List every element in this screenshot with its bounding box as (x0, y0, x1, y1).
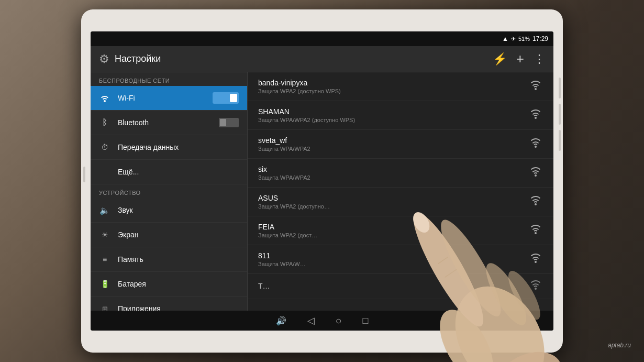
bluetooth-toggle-knob (220, 119, 226, 126)
wifi-status-icon: ▲ (502, 35, 508, 42)
sound-icon: 🔈 (99, 204, 110, 216)
network-name: 811 (258, 251, 528, 260)
flash-action-icon[interactable]: ⚡ (493, 52, 507, 66)
clock: 17:29 (532, 35, 548, 42)
network-security: Защита WPA/WPA2 (доступно WPS) (258, 117, 528, 123)
network-info: banda-vinipyxa Защита WPA2 (доступно WPS… (258, 79, 528, 94)
more-label: Ещё... (118, 168, 239, 176)
apps-label: Приложения (118, 304, 239, 311)
network-info: T… (258, 282, 528, 291)
wifi-network-item[interactable]: T… (248, 274, 553, 299)
signal-strength-icon (528, 167, 543, 179)
add-action-icon[interactable]: + (516, 51, 524, 67)
back-button[interactable]: ◁ (307, 315, 315, 326)
main-content: БЕСПРОВОДНЫЕ СЕТИ Wi-Fi ᛒ (91, 72, 553, 311)
section-device: УСТРОЙСТВО (91, 184, 247, 198)
bluetooth-toggle[interactable] (219, 118, 239, 127)
wifi-network-item[interactable]: FEIA Защита WPA2 (дост… (248, 216, 553, 245)
sidebar-item-wifi[interactable]: Wi-Fi (91, 86, 247, 111)
sidebar: БЕСПРОВОДНЫЕ СЕТИ Wi-Fi ᛒ (91, 72, 248, 311)
network-name: SHAMAN (258, 107, 528, 116)
network-name: ASUS (258, 194, 528, 202)
wifi-network-item[interactable]: sveta_wf Защита WPA/WPA2 (248, 130, 553, 159)
volume-up-button[interactable] (559, 104, 561, 125)
signal-strength-icon (528, 138, 543, 150)
network-name: T… (258, 282, 528, 290)
navigation-bar: 🔊 ◁ ○ □ (91, 311, 553, 331)
tablet-frame: ▲ ✈ 51% 17:29 ⚙ Настройки ⚡ + ⋮ (81, 9, 563, 353)
wifi-network-item[interactable]: banda-vinipyxa Защита WPA2 (доступно WPS… (248, 72, 553, 101)
network-info: FEIA Защита WPA2 (дост… (258, 223, 528, 238)
gear-icon: ⚙ (99, 52, 109, 66)
page-title: Настройки (115, 53, 161, 64)
wifi-network-item[interactable]: 811 Защита WPA/W… (248, 245, 553, 274)
data-transfer-icon: ⏱ (99, 141, 110, 153)
wifi-network-item[interactable]: SHAMAN Защита WPA/WPA2 (доступно WPS) (248, 101, 553, 130)
wifi-label: Wi-Fi (118, 94, 205, 102)
signal-strength-icon (528, 280, 543, 292)
battery-percentage: 51% (518, 36, 530, 42)
battery-label: Батарея (118, 280, 239, 288)
network-info: ASUS Защита WPA2 (доступно… (258, 194, 528, 210)
app-bar-actions: ⚡ + ⋮ (493, 51, 545, 67)
network-name: six (258, 165, 528, 173)
apps-icon: ⊞ (99, 303, 110, 311)
wifi-network-item[interactable]: six Защита WPA/WPA2 (248, 159, 553, 188)
more-options-icon[interactable]: ⋮ (534, 52, 545, 66)
sidebar-item-memory[interactable]: ≡ Память (91, 247, 247, 272)
battery-icon: 🔋 (99, 278, 110, 290)
network-security: Защита WPA/W… (258, 261, 528, 267)
tablet-screen: ▲ ✈ 51% 17:29 ⚙ Настройки ⚡ + ⋮ (91, 31, 553, 331)
wifi-toggle-knob (230, 94, 237, 102)
network-security: Защита WPA/WPA2 (258, 174, 528, 181)
bluetooth-icon: ᛒ (99, 117, 110, 128)
signal-strength-icon (528, 196, 543, 208)
bluetooth-label: Bluetooth (118, 118, 212, 127)
sidebar-item-bluetooth[interactable]: ᛒ Bluetooth (91, 111, 247, 135)
screen-icon: ☀ (99, 229, 110, 240)
app-bar: ⚙ Настройки ⚡ + ⋮ (91, 46, 553, 72)
watermark: aptab.ru (608, 342, 631, 349)
signal-strength-icon (528, 225, 543, 237)
volume-down-button[interactable] (559, 130, 561, 151)
wifi-network-list: banda-vinipyxa Защита WPA2 (доступно WPS… (248, 72, 553, 311)
network-info: six Защита WPA/WPA2 (258, 165, 528, 181)
network-info: 811 Защита WPA/W… (258, 251, 528, 267)
power-button[interactable] (559, 78, 561, 98)
sidebar-item-sound[interactable]: 🔈 Звук (91, 198, 247, 223)
section-wireless: БЕСПРОВОДНЫЕ СЕТИ (91, 72, 247, 86)
sound-label: Звук (118, 206, 239, 214)
sidebar-item-data[interactable]: ⏱ Передача данных (91, 135, 247, 160)
signal-strength-icon (528, 109, 543, 122)
network-name: sveta_wf (258, 136, 528, 145)
network-name: FEIA (258, 223, 528, 231)
wifi-network-item[interactable]: ASUS Защита WPA2 (доступно… (248, 188, 553, 216)
recents-button[interactable]: □ (363, 315, 369, 326)
app-bar-left: ⚙ Настройки (99, 52, 161, 66)
sidebar-item-more[interactable]: Ещё... (91, 160, 247, 184)
signal-strength-icon (528, 81, 543, 93)
signal-strength-icon (528, 254, 543, 266)
network-security: Защита WPA2 (доступно WPS) (258, 88, 528, 94)
status-bar: ▲ ✈ 51% 17:29 (91, 31, 553, 46)
airplane-mode-icon: ✈ (511, 36, 516, 42)
network-security: Защита WPA2 (дост… (258, 232, 528, 238)
side-button-left (83, 167, 85, 182)
sidebar-item-battery[interactable]: 🔋 Батарея (91, 272, 247, 297)
data-transfer-label: Передача данных (118, 143, 239, 151)
memory-icon: ≡ (99, 254, 110, 265)
sidebar-item-apps[interactable]: ⊞ Приложения (91, 297, 247, 311)
wifi-icon (99, 92, 110, 104)
network-info: SHAMAN Защита WPA/WPA2 (доступно WPS) (258, 107, 528, 123)
sidebar-item-screen[interactable]: ☀ Экран (91, 223, 247, 247)
status-icons: ▲ ✈ 51% 17:29 (502, 35, 548, 42)
more-icon (99, 166, 110, 178)
screen-label: Экран (118, 231, 239, 239)
home-button[interactable]: ○ (336, 315, 342, 327)
network-security: Защита WPA2 (доступно… (258, 203, 528, 210)
wifi-toggle[interactable] (213, 92, 239, 104)
network-info: sveta_wf Защита WPA/WPA2 (258, 136, 528, 152)
volume-nav-icon[interactable]: 🔊 (276, 316, 286, 326)
memory-label: Память (118, 255, 239, 264)
network-name: banda-vinipyxa (258, 79, 528, 87)
